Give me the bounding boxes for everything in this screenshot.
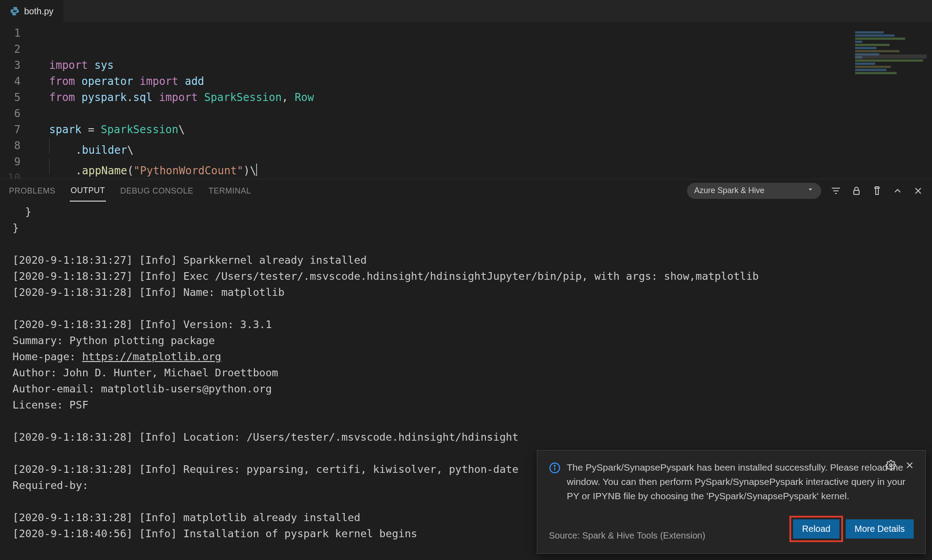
output-line: } } xyxy=(13,206,31,234)
reload-button[interactable]: Reload xyxy=(793,519,839,539)
output-line: Home-page: xyxy=(13,350,82,363)
output-line: [2020-9-1:18:31:27] [Info] Exec /Users/t… xyxy=(13,270,759,282)
output-line: [2020-9-1:18:31:28] [Info] Requires: pyp… xyxy=(13,463,519,476)
svg-point-1 xyxy=(890,464,892,467)
code-content[interactable]: import sys from operator import add from… xyxy=(49,25,852,179)
lock-scroll-icon[interactable] xyxy=(851,185,862,197)
output-line: [2020-9-1:18:40:56] [Info] Installation … xyxy=(13,527,417,540)
close-icon[interactable] xyxy=(904,459,915,471)
gear-icon[interactable] xyxy=(885,459,897,471)
notification-toast: The PySpark/SynapsePyspark has been inst… xyxy=(537,450,926,554)
output-line: Author-email: matplotlib-users@python.or… xyxy=(13,383,272,395)
output-channel-dropdown[interactable]: Azure Spark & Hive xyxy=(687,183,821,199)
panel-tab-debug-console[interactable]: DEBUG CONSOLE xyxy=(119,180,194,201)
output-line: [2020-9-1:18:31:28] [Info] matplotlib al… xyxy=(13,511,360,524)
output-line: [2020-9-1:18:31:28] [Info] Name: matplot… xyxy=(13,286,284,299)
panel-tab-output[interactable]: OUTPUT xyxy=(70,180,106,202)
python-file-icon xyxy=(10,6,20,16)
editor-tab-bar: both.py xyxy=(0,0,932,22)
filter-icon[interactable] xyxy=(830,185,842,197)
text-cursor xyxy=(256,164,257,176)
chevron-up-icon[interactable] xyxy=(892,185,903,197)
output-line: Author: John D. Hunter, Michael Droettbo… xyxy=(13,366,278,379)
clear-output-icon[interactable] xyxy=(871,185,883,197)
minimap[interactable] xyxy=(855,31,927,94)
output-line: [2020-9-1:18:31:27] [Info] Sparkkernel a… xyxy=(13,254,367,266)
chevron-down-icon xyxy=(807,186,814,195)
editor-tab-label: both.py xyxy=(24,6,54,17)
svg-rect-0 xyxy=(854,190,859,194)
notification-message: The PySpark/SynapsePyspark has been inst… xyxy=(567,460,914,503)
panel-toolbar: Azure Spark & Hive xyxy=(687,183,924,199)
output-line: [2020-9-1:18:31:28] [Info] Location: /Us… xyxy=(13,431,519,443)
line-number-gutter: 1 2 3 4 5 6 7 8 9 10 xyxy=(0,22,32,179)
editor-tab-bothpy[interactable]: both.py xyxy=(0,0,63,22)
more-details-button[interactable]: More Details xyxy=(846,519,914,539)
close-panel-icon[interactable] xyxy=(912,185,924,197)
panel-tab-problems[interactable]: PROBLEMS xyxy=(8,180,56,201)
output-line: Required-by: xyxy=(13,479,89,492)
output-line: License: PSF xyxy=(13,399,89,411)
panel-tab-bar: PROBLEMS OUTPUT DEBUG CONSOLE TERMINAL A… xyxy=(0,179,932,202)
output-line: Summary: Python plotting package xyxy=(13,334,215,347)
code-editor[interactable]: 1 2 3 4 5 6 7 8 9 10 import sys from ope… xyxy=(0,22,932,179)
dropdown-selected-label: Azure Spark & Hive xyxy=(694,186,764,195)
info-icon xyxy=(549,462,561,474)
panel-tab-terminal[interactable]: TERMINAL xyxy=(208,180,252,201)
notification-source: Source: Spark & Hive Tools (Extension) xyxy=(549,528,705,543)
matplotlib-homepage-link[interactable]: https://matplotlib.org xyxy=(82,350,221,363)
output-line: [2020-9-1:18:31:28] [Info] Version: 3.3.… xyxy=(13,318,272,331)
svg-point-4 xyxy=(554,465,555,466)
